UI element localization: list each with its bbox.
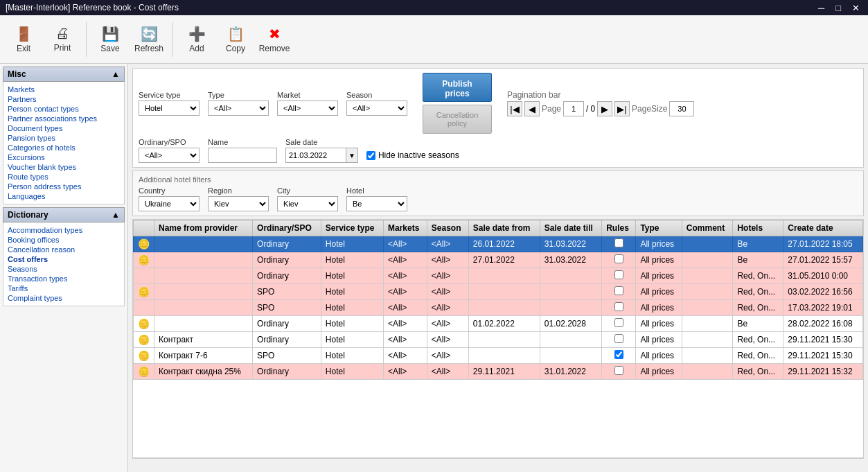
col-type[interactable]: Type bbox=[636, 220, 682, 236]
exit-button[interactable]: 🚪 Exit bbox=[6, 19, 42, 60]
hide-inactive-checkbox[interactable] bbox=[366, 151, 375, 160]
sidebar-item-document-types[interactable]: Document types bbox=[6, 123, 121, 133]
save-button[interactable]: 💾 Save bbox=[92, 19, 128, 60]
row-create-date: 31.05.2010 0:00 bbox=[783, 268, 863, 284]
rules-checkbox[interactable] bbox=[614, 302, 623, 311]
market-select[interactable]: <All> bbox=[277, 100, 338, 116]
country-select[interactable]: Ukraine bbox=[139, 196, 200, 211]
pagesize-input[interactable] bbox=[669, 101, 694, 116]
sidebar-item-accommodation-types[interactable]: Accommodation types bbox=[6, 225, 121, 235]
row-rules[interactable] bbox=[602, 348, 636, 364]
minimize-button[interactable]: ─ bbox=[815, 3, 827, 13]
date-picker-button[interactable]: ▼ bbox=[346, 148, 358, 163]
table-row[interactable]: 🪙OrdinaryHotel<All><All>27.01.202231.03.… bbox=[134, 252, 863, 268]
name-input[interactable] bbox=[208, 148, 277, 163]
pagination-prev-button[interactable]: ◀ bbox=[524, 101, 540, 116]
col-ordinary-spo[interactable]: Ordinary/SPO bbox=[253, 220, 321, 236]
rules-checkbox[interactable] bbox=[614, 286, 623, 295]
row-rules[interactable] bbox=[602, 236, 636, 252]
sale-date-input[interactable] bbox=[285, 148, 346, 163]
type-select[interactable]: <All> bbox=[208, 100, 269, 116]
page-input[interactable] bbox=[563, 101, 584, 116]
sidebar-item-person-address-types[interactable]: Person address types bbox=[6, 182, 121, 191]
rules-checkbox[interactable] bbox=[614, 366, 623, 375]
row-rules[interactable] bbox=[602, 332, 636, 348]
cancellation-policy-button[interactable]: Cancellation policy bbox=[423, 105, 492, 134]
sidebar-misc-header[interactable]: Misc ▲ bbox=[3, 67, 125, 82]
sidebar-item-person-contact-types[interactable]: Person contact types bbox=[6, 104, 121, 114]
horizontal-scrollbar[interactable] bbox=[132, 458, 864, 468]
sidebar-dictionary-header[interactable]: Dictionary ▲ bbox=[3, 207, 125, 222]
rules-checkbox[interactable] bbox=[614, 350, 623, 359]
row-rules[interactable] bbox=[602, 252, 636, 268]
sidebar-item-cost-offers[interactable]: Cost offers bbox=[6, 254, 121, 264]
rules-checkbox[interactable] bbox=[614, 270, 623, 279]
sidebar-item-route-types[interactable]: Route types bbox=[6, 172, 121, 182]
region-select[interactable]: Kiev bbox=[208, 196, 269, 211]
city-select[interactable]: Kiev bbox=[277, 196, 338, 211]
col-rules[interactable]: Rules bbox=[602, 220, 636, 236]
row-rules[interactable] bbox=[602, 364, 636, 380]
season-select[interactable]: <All> bbox=[346, 100, 407, 116]
col-sale-date-till[interactable]: Sale date till bbox=[540, 220, 601, 236]
rules-checkbox[interactable] bbox=[614, 254, 623, 263]
table-row[interactable]: 🪙OrdinaryHotel<All><All>01.02.202201.02.… bbox=[134, 316, 863, 332]
col-name-from-provider[interactable]: Name from provider bbox=[154, 220, 253, 236]
table-row[interactable]: 🪙SPOHotel<All><All>All pricesRed, On...0… bbox=[134, 284, 863, 300]
row-hotels: Red, On... bbox=[733, 284, 783, 300]
hotel-select[interactable]: Be bbox=[346, 196, 407, 211]
print-button[interactable]: 🖨 Print bbox=[44, 19, 80, 60]
close-button[interactable]: ✕ bbox=[849, 3, 862, 13]
sidebar-item-voucher-blank-types[interactable]: Voucher blank types bbox=[6, 162, 121, 172]
sidebar-item-seasons[interactable]: Seasons bbox=[6, 264, 121, 274]
sidebar-item-excursions[interactable]: Excursions bbox=[6, 152, 121, 162]
refresh-button[interactable]: 🔄 Refresh bbox=[131, 19, 167, 60]
table-row[interactable]: OrdinaryHotel<All><All>All pricesRed, On… bbox=[134, 268, 863, 284]
col-hotels[interactable]: Hotels bbox=[733, 220, 783, 236]
table-row[interactable]: 🪙Контракт 7-6SPOHotel<All><All>All price… bbox=[134, 348, 863, 364]
maximize-button[interactable]: □ bbox=[833, 3, 844, 13]
sidebar-item-partners[interactable]: Partners bbox=[6, 94, 121, 104]
sidebar-item-pansion-types[interactable]: Pansion types bbox=[6, 133, 121, 143]
col-markets[interactable]: Markets bbox=[383, 220, 427, 236]
row-season: <All> bbox=[427, 284, 468, 300]
row-rules[interactable] bbox=[602, 316, 636, 332]
row-icon-cell: 🪙 bbox=[134, 364, 154, 380]
pagination-next-button[interactable]: ▶ bbox=[597, 101, 612, 116]
sidebar-item-languages[interactable]: Languages bbox=[6, 191, 121, 201]
filter-bar: Service type Hotel Type <All> Market bbox=[132, 68, 864, 168]
table-row[interactable]: 🪙Контракт скидна 25%OrdinaryHotel<All><A… bbox=[134, 364, 863, 380]
col-create-date[interactable]: Create date bbox=[783, 220, 863, 236]
add-button[interactable]: ➕ Add bbox=[179, 19, 215, 60]
col-sale-date-from[interactable]: Sale date from bbox=[468, 220, 540, 236]
sidebar-item-categories-hotels[interactable]: Categories of hotels bbox=[6, 143, 121, 152]
pagination-first-button[interactable]: |◀ bbox=[507, 101, 522, 116]
col-comment[interactable]: Comment bbox=[682, 220, 733, 236]
sidebar-item-transaction-types[interactable]: Transaction types bbox=[6, 274, 121, 283]
action-buttons: Publish prices Cancellation policy bbox=[423, 73, 492, 134]
table-row[interactable]: SPOHotel<All><All>All pricesRed, On...17… bbox=[134, 300, 863, 316]
row-name bbox=[154, 252, 253, 268]
sidebar-item-partner-associations[interactable]: Partner associations types bbox=[6, 114, 121, 123]
sidebar-item-booking-offices[interactable]: Booking offices bbox=[6, 235, 121, 245]
sidebar-item-tariffs[interactable]: Tariffs bbox=[6, 283, 121, 293]
sidebar-item-complaint-types[interactable]: Complaint types bbox=[6, 293, 121, 303]
row-rules[interactable] bbox=[602, 268, 636, 284]
remove-button[interactable]: ✖ Remove bbox=[256, 19, 292, 60]
rules-checkbox[interactable] bbox=[614, 238, 623, 247]
pagination-last-button[interactable]: ▶| bbox=[614, 101, 630, 116]
sidebar-item-cancellation-reason[interactable]: Cancellation reason bbox=[6, 245, 121, 254]
publish-prices-button[interactable]: Publish prices bbox=[423, 73, 492, 102]
row-rules[interactable] bbox=[602, 300, 636, 316]
table-row[interactable]: 🪙OrdinaryHotel<All><All>26.01.202231.03.… bbox=[134, 236, 863, 252]
rules-checkbox[interactable] bbox=[614, 334, 623, 343]
table-row[interactable]: 🪙КонтрактOrdinaryHotel<All><All>All pric… bbox=[134, 332, 863, 348]
rules-checkbox[interactable] bbox=[614, 318, 623, 327]
sidebar-item-markets[interactable]: Markets bbox=[6, 85, 121, 94]
copy-button[interactable]: 📋 Copy bbox=[218, 19, 254, 60]
col-service-type[interactable]: Service type bbox=[321, 220, 383, 236]
row-rules[interactable] bbox=[602, 284, 636, 300]
service-type-select[interactable]: Hotel bbox=[139, 100, 200, 116]
col-season[interactable]: Season bbox=[427, 220, 468, 236]
ordinary-spo-select[interactable]: <All> bbox=[139, 148, 200, 163]
